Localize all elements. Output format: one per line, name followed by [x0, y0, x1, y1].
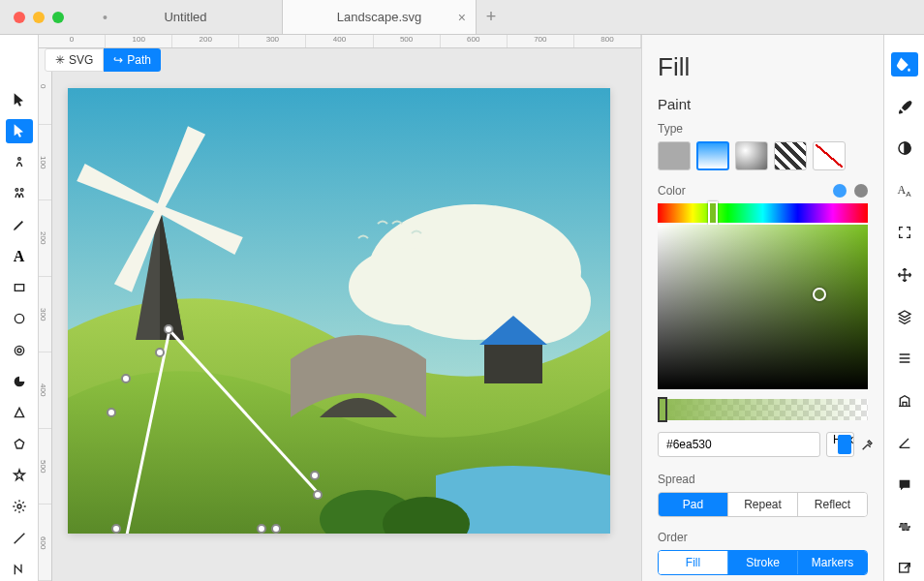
landscape-artwork — [68, 88, 610, 534]
line-tool[interactable] — [6, 526, 33, 549]
path-handle[interactable] — [107, 408, 116, 417]
gradient-stops — [833, 184, 868, 198]
export-icon[interactable] — [891, 557, 918, 581]
path-handle[interactable] — [310, 471, 320, 480]
fill-type-flat[interactable] — [658, 141, 691, 170]
move-icon[interactable] — [891, 262, 918, 287]
svg-point-5 — [15, 346, 23, 354]
svg-rect-3 — [15, 285, 23, 291]
fill-type-radial[interactable] — [735, 141, 768, 170]
color-format-select[interactable]: Hex — [826, 432, 854, 457]
fill-type-none[interactable] — [813, 141, 846, 170]
saturation-value-picker[interactable] — [658, 225, 868, 389]
svg-point-7 — [17, 505, 21, 508]
wave-icon[interactable] — [891, 514, 918, 538]
path-handle[interactable] — [111, 524, 121, 534]
hue-cursor[interactable] — [708, 201, 718, 225]
pencil-tool[interactable] — [6, 213, 33, 236]
circle-tool[interactable] — [6, 307, 33, 330]
spread-reflect[interactable]: Reflect — [798, 493, 867, 516]
svg-rect-25 — [899, 564, 908, 572]
direct-select-tool[interactable] — [6, 119, 33, 142]
left-toolbar: A — [0, 35, 39, 581]
asterisk-icon: ✳ — [55, 53, 65, 67]
text-tool[interactable]: A — [6, 245, 33, 268]
fill-panel: Fill Paint Type Color Hex — [641, 35, 883, 581]
svg-point-6 — [17, 349, 21, 352]
list-icon[interactable] — [891, 347, 918, 371]
crumb-svg[interactable]: ✳SVG — [45, 48, 104, 72]
brush-icon[interactable] — [891, 94, 918, 118]
hex-input[interactable] — [658, 432, 820, 457]
spread-pad[interactable]: Pad — [659, 493, 728, 516]
alpha-cursor[interactable] — [658, 397, 667, 422]
type-label: Type — [658, 122, 868, 136]
tab-untitled[interactable]: • Untitled — [89, 0, 283, 34]
path-tool[interactable] — [6, 558, 33, 581]
artboard[interactable] — [68, 88, 610, 534]
svg-point-4 — [15, 315, 23, 323]
document-tabs: • Untitled Landscape.svg × + — [89, 0, 506, 34]
order-markers[interactable]: Markers — [798, 551, 867, 574]
new-tab-button[interactable]: + — [477, 0, 506, 34]
star-tool[interactable] — [6, 464, 33, 487]
path-handle[interactable] — [313, 490, 323, 500]
contrast-icon[interactable] — [891, 137, 918, 161]
ring-tool[interactable] — [6, 339, 33, 362]
vertical-ruler: 0100200300400500600 — [39, 48, 52, 581]
canvas-area[interactable]: 0100200300400500600700800 01002003004005… — [39, 35, 641, 581]
alpha-slider[interactable] — [658, 399, 868, 420]
fullscreen-icon[interactable] — [891, 221, 918, 245]
fill-panel-icon[interactable] — [891, 52, 918, 76]
gear-tool[interactable] — [6, 495, 33, 518]
svg-point-2 — [20, 189, 23, 192]
close-tab-icon[interactable]: × — [458, 10, 466, 25]
order-fill[interactable]: Fill — [659, 551, 728, 574]
minimize-window-icon[interactable] — [33, 12, 45, 23]
pie-tool[interactable] — [6, 370, 33, 393]
angle-icon[interactable] — [891, 431, 918, 455]
order-segmented: Fill Stroke Markers — [658, 550, 868, 575]
cursor-tool[interactable] — [6, 88, 33, 111]
hue-slider[interactable] — [658, 203, 868, 223]
tab-label: Untitled — [164, 10, 206, 24]
svg-point-10 — [349, 248, 465, 325]
order-label: Order — [658, 531, 868, 544]
triangle-tool[interactable] — [6, 401, 33, 424]
right-toolbar: AA — [883, 35, 924, 581]
node-tool[interactable] — [6, 182, 33, 205]
eyedropper-icon[interactable] — [860, 432, 876, 457]
sv-cursor[interactable] — [813, 288, 826, 301]
gradient-stop-b[interactable] — [854, 184, 868, 198]
path-handle[interactable] — [155, 348, 165, 357]
comment-icon[interactable] — [891, 473, 918, 497]
fill-type-pattern[interactable] — [774, 141, 807, 170]
polygon-tool[interactable] — [6, 432, 33, 455]
path-handle[interactable] — [121, 374, 131, 383]
crumb-path[interactable]: ↪Path — [104, 48, 161, 72]
fill-type-row — [658, 141, 868, 170]
svg-point-0 — [17, 157, 20, 160]
path-handle[interactable] — [257, 524, 266, 534]
svg-point-1 — [15, 189, 18, 192]
tab-landscape[interactable]: Landscape.svg × — [283, 0, 477, 34]
rectangle-tool[interactable] — [6, 276, 33, 299]
typography-icon[interactable]: AA — [891, 178, 918, 202]
spread-label: Spread — [658, 473, 868, 486]
unsaved-dot-icon: • — [103, 10, 108, 25]
titlebar: • Untitled Landscape.svg × + — [0, 0, 924, 35]
maximize-window-icon[interactable] — [52, 12, 64, 23]
path-handle[interactable] — [271, 524, 281, 534]
gradient-stop-a[interactable] — [833, 184, 847, 198]
order-stroke[interactable]: Stroke — [728, 551, 798, 574]
breadcrumb: ✳SVG ↪Path — [45, 48, 161, 72]
spread-repeat[interactable]: Repeat — [728, 493, 798, 516]
panel-title: Fill — [658, 52, 868, 82]
path-handle[interactable] — [164, 324, 173, 334]
close-window-icon[interactable] — [14, 12, 25, 23]
fill-type-linear[interactable] — [696, 141, 729, 170]
library-icon[interactable] — [891, 388, 918, 413]
pen-tool[interactable] — [6, 151, 33, 174]
layers-icon[interactable] — [891, 304, 918, 328]
panel-section: Paint — [658, 96, 868, 112]
